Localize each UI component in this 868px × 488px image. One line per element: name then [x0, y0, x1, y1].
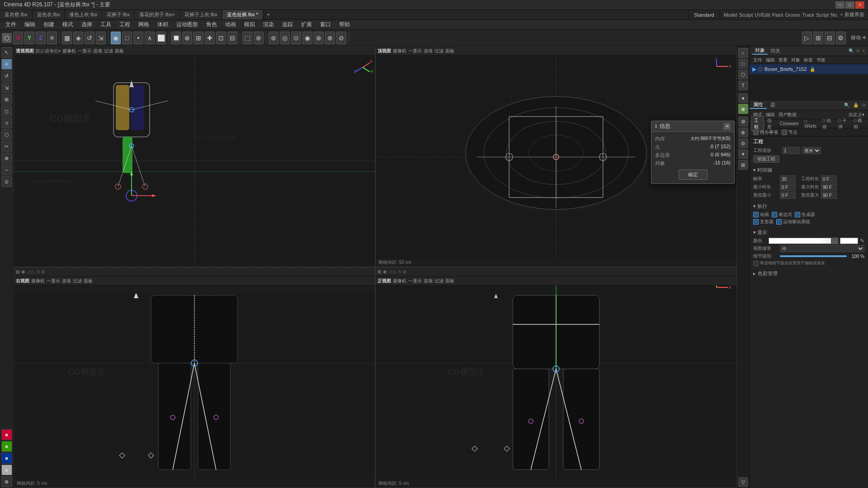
move-btn[interactable]: ◈: [73, 32, 83, 44]
color-slider-track[interactable]: [769, 238, 838, 244]
lod-cb[interactable]: [753, 261, 759, 266]
viewport-perspective[interactable]: 透视视图 默认摄像机▾ 摄像机 一显示 选项 过滤 面板: [14, 46, 375, 267]
tab-6-active[interactable]: 蓝色短裤.fbx *: [222, 10, 263, 20]
vp1-menu2[interactable]: 一显示: [78, 48, 91, 54]
tool-transform[interactable]: ⊞: [1, 94, 12, 105]
ri-gear[interactable]: ⚙: [738, 117, 748, 127]
camera-tool2[interactable]: ◎: [280, 32, 290, 44]
tab-4[interactable]: 落花的房子.fbx×: [135, 10, 180, 20]
lod-select[interactable]: 中: [780, 245, 864, 252]
snap2-btn[interactable]: ⊕: [182, 32, 192, 44]
search-icon[interactable]: 🔍: [849, 48, 854, 53]
scale-project-btn[interactable]: 缩放工程: [753, 155, 779, 163]
ri-field[interactable]: ⊞: [738, 160, 748, 170]
submenu-tags[interactable]: 标签: [802, 57, 815, 63]
toolbar-icon-btn[interactable]: ⬡: [2, 33, 12, 43]
tool-color-w[interactable]: ■: [1, 465, 12, 475]
tab-3[interactable]: 花裤子.fbx: [102, 10, 135, 20]
stab-xrefs[interactable]: □ XRefs: [802, 118, 819, 130]
vp2-menu3[interactable]: 选项: [424, 48, 433, 54]
snap-btn[interactable]: 🔲: [171, 32, 181, 44]
menu-window[interactable]: 窗口: [316, 20, 335, 29]
tree-item-selected[interactable]: ▶ ⬡ Boxer_Briefs_7152 🔒: [750, 64, 868, 74]
tab-object[interactable]: 对象: [752, 47, 768, 55]
ri-material[interactable]: ●: [738, 93, 748, 103]
menu-project[interactable]: 工程: [116, 20, 134, 29]
stab-anim[interactable]: □ 动画: [820, 117, 835, 131]
cb-anim-check[interactable]: ✓: [753, 212, 759, 217]
tool-poly[interactable]: ⬡: [1, 129, 12, 140]
vp3-icon2[interactable]: ⊕: [21, 269, 25, 274]
minimize-button[interactable]: ─: [835, 1, 844, 9]
edge-select-btn[interactable]: ∧: [145, 32, 155, 44]
menu-mograph[interactable]: 运动图形: [173, 20, 202, 29]
vp3-menu3[interactable]: 选项: [62, 278, 71, 284]
menu-mesh[interactable]: 网格: [135, 20, 153, 29]
render-settings[interactable]: ⚙: [836, 32, 846, 44]
vp4-menu5[interactable]: 面板: [445, 278, 454, 284]
menu-character[interactable]: 角色: [203, 20, 221, 29]
fps-input[interactable]: [780, 175, 796, 183]
menu-select[interactable]: 选择: [78, 20, 96, 29]
timing-section-title[interactable]: ▾ 时间轴: [753, 167, 864, 174]
ri-joint[interactable]: ✦: [738, 149, 748, 159]
color-swatch[interactable]: [840, 238, 858, 244]
vp4-icon2[interactable]: ⊕: [383, 269, 387, 274]
scale-btn[interactable]: ⇲: [96, 32, 106, 44]
exec-section-title[interactable]: ▾ 执行: [753, 203, 864, 210]
tab-tags[interactable]: 功夫: [768, 47, 783, 54]
tool-knife[interactable]: ✂: [1, 141, 12, 152]
menu-file[interactable]: 文件: [2, 20, 20, 29]
submenu-object[interactable]: 对象: [789, 57, 802, 63]
pivot-btn[interactable]: ⊛: [254, 32, 264, 44]
checkbox-todo[interactable]: 待办事项: [753, 129, 778, 136]
tool-select[interactable]: ◻: [1, 106, 12, 117]
point-select-btn[interactable]: •: [133, 32, 143, 44]
menu-simulate[interactable]: 模拟: [241, 20, 259, 29]
camera-tool6[interactable]: ⊗: [325, 32, 335, 44]
prev-max-input[interactable]: [821, 192, 837, 199]
submenu-file[interactable]: 文件: [751, 57, 764, 63]
color-edit-icon[interactable]: ✎: [860, 238, 864, 244]
ri-object[interactable]: ○: [738, 48, 748, 58]
tab-0[interactable]: 蓝衣褡.fbx: [0, 10, 33, 20]
object-tree[interactable]: ▶ ⬡ Boxer_Briefs_7152 🔒: [750, 64, 868, 100]
panel-settings-icon[interactable]: ⚙: [856, 48, 860, 53]
coord-btn[interactable]: ⊞: [47, 32, 57, 44]
menu-track[interactable]: 追踪: [278, 20, 297, 29]
vp3-icon1[interactable]: ⊟: [16, 269, 19, 274]
cb-nodes[interactable]: [782, 130, 787, 135]
display-section-title[interactable]: ▾ 显示: [753, 229, 864, 236]
vp4-icon1[interactable]: ⊟: [377, 269, 381, 274]
vp3-menu2[interactable]: 一显示: [47, 278, 60, 284]
tool-rotate[interactable]: ↺: [1, 70, 12, 81]
tool-magnet[interactable]: ⊙: [1, 176, 12, 187]
ri-bottom[interactable]: ▽: [738, 477, 748, 487]
camera-tool7[interactable]: ⊘: [336, 32, 346, 44]
vp4-menu4[interactable]: 过滤: [434, 278, 443, 284]
tool-color-r[interactable]: ■: [1, 429, 12, 440]
vp4-menu3[interactable]: 选项: [424, 278, 433, 284]
camera-tool4[interactable]: ◉: [302, 32, 312, 44]
viewport-right[interactable]: ⊟ ⊕ ◁ ▷ ↻ ⊞ 右视图 摄像机 一显示 选项 过滤 面板: [14, 267, 375, 488]
menu-volume[interactable]: 体积: [154, 20, 172, 29]
dialog-confirm-btn[interactable]: 确定: [679, 169, 708, 180]
snap5-btn[interactable]: ⊡: [216, 32, 226, 44]
vp3-menu4[interactable]: 过滤: [73, 278, 82, 284]
max-input[interactable]: [821, 183, 837, 191]
vp3-menu1[interactable]: 摄像机: [31, 278, 45, 284]
checkbox-nodes[interactable]: 节点: [782, 129, 797, 136]
cb-def-check[interactable]: ✓: [753, 219, 759, 225]
camera-tool3[interactable]: ⊙: [291, 32, 301, 44]
select-btn[interactable]: ▦: [62, 32, 72, 44]
poly-select-btn[interactable]: ⬜: [156, 32, 166, 44]
tool-lasso[interactable]: ⊃: [1, 117, 12, 128]
vp1-menu3[interactable]: 选项: [93, 48, 102, 54]
scale-unit-select[interactable]: 厘米: [802, 147, 821, 154]
tab-1[interactable]: 蓝色衣.fbx: [33, 10, 65, 20]
ri-light[interactable]: T: [738, 80, 748, 90]
viewport-front[interactable]: ⊟ ⊕ ◁ ▷ ↻ ⊞ 正视图 摄像机 一显示 选项 过滤 面板: [375, 267, 737, 488]
tool-color-g[interactable]: ■: [1, 441, 12, 452]
object-select-btn[interactable]: □: [122, 32, 132, 44]
props-settings[interactable]: ⚙: [860, 103, 868, 108]
